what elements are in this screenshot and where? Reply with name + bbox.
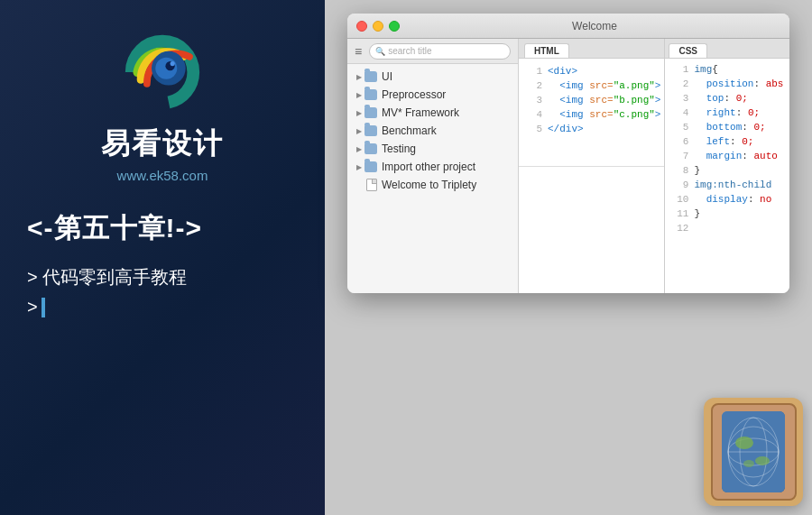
chapter-title: <-第五十章!-> [18, 210, 307, 247]
css-line: top: 0; [694, 91, 789, 106]
window-body: ≡ 🔍 search title ▶ UI ▶ Prep [347, 39, 789, 293]
arrow-icon: ▶ [356, 127, 362, 135]
line-numbers: 1 2 3 4 5 [522, 64, 542, 161]
tab-html[interactable]: HTML [524, 43, 569, 58]
code-line: <img src="a.png"> [548, 78, 660, 93]
sidebar: ≡ 🔍 search title ▶ UI ▶ Prep [347, 39, 519, 293]
tab-css[interactable]: CSS [669, 43, 707, 58]
arrow-icon: ▶ [356, 91, 362, 99]
sidebar-item-preprocessor[interactable]: ▶ Preprocessor [347, 86, 518, 104]
folder-icon [364, 143, 377, 154]
svg-point-11 [755, 456, 770, 465]
subtitle-line-2: > [27, 297, 307, 317]
sidebar-item-benchmark[interactable]: ▶ Benchmark [347, 122, 518, 140]
maximize-button[interactable] [389, 21, 400, 32]
css-code-content: img{ position: abs top: 0; right: 0; bot… [694, 62, 789, 290]
cursor-bar [42, 298, 45, 317]
arrow-icon: ▶ [356, 163, 362, 171]
css-code-area: 1 2 3 4 5 6 7 8 9 10 11 12 img{ [665, 59, 789, 293]
css-line: margin: auto [694, 149, 789, 163]
folder-icon [364, 161, 377, 172]
css-line: img{ [694, 62, 789, 77]
right-panel: Welcome ≡ 🔍 search title ▶ UI [325, 0, 812, 515]
arrow-icon: ▶ [356, 73, 362, 81]
left-panel: 易看设计 www.ek58.com <-第五十章!-> > 代码零到高手教程 > [0, 0, 325, 515]
code-line: <img src="c.png"> [548, 107, 660, 122]
css-line: } [694, 163, 789, 178]
css-line: bottom: 0; [694, 120, 789, 134]
sidebar-items: ▶ UI ▶ Preprocessor ▶ MV* Framework [347, 64, 518, 293]
sidebar-item-import[interactable]: ▶ Import other project [347, 158, 518, 176]
folder-icon [364, 71, 377, 82]
svg-point-12 [743, 460, 754, 467]
html-code-content: <div> <img src="a.png"> <img src="b.png"… [548, 64, 660, 161]
sidebar-item-testing[interactable]: ▶ Testing [347, 140, 518, 158]
sidebar-item-ui[interactable]: ▶ UI [347, 68, 518, 86]
arrow-icon: ▶ [356, 109, 362, 117]
css-line: left: 0; [694, 134, 789, 149]
sidebar-item-mv-framework[interactable]: ▶ MV* Framework [347, 104, 518, 122]
bottom-card [704, 398, 803, 506]
search-box[interactable]: 🔍 search title [369, 43, 511, 60]
html-panel: HTML 1 2 3 4 5 <div> <img src="a.png"> [519, 39, 664, 167]
sidebar-item-welcome[interactable]: Welcome to Triplety [347, 176, 518, 194]
minimize-button[interactable] [373, 21, 383, 32]
css-panel: CSS 1 2 3 4 5 6 7 8 9 10 11 [664, 39, 789, 293]
bottom-code-panel [519, 167, 664, 294]
code-line: <img src="b.png"> [548, 93, 660, 107]
card-inner [711, 403, 797, 501]
sidebar-toolbar: ≡ 🔍 search title [347, 39, 518, 64]
search-placeholder: search title [388, 46, 431, 56]
html-code-area: 1 2 3 4 5 <div> <img src="a.png"> <img s… [519, 59, 664, 166]
folder-icon [364, 89, 377, 100]
brand-url: www.ek58.com [117, 168, 208, 183]
subtitle-lines: > 代码零到高手教程 > [18, 265, 307, 325]
globe-svg [722, 411, 785, 492]
code-line: </div> [548, 122, 660, 136]
folder-icon [364, 107, 377, 118]
traffic-lights [356, 21, 400, 32]
search-icon: 🔍 [375, 47, 385, 56]
code-panel: HTML 1 2 3 4 5 <div> <img src="a.png"> [519, 39, 664, 293]
close-button[interactable] [356, 21, 367, 32]
svg-point-10 [735, 437, 753, 449]
mac-window: Welcome ≡ 🔍 search title ▶ UI [347, 14, 789, 293]
card-globe [722, 411, 785, 492]
mac-titlebar: Welcome [347, 14, 789, 39]
subtitle-line-1: > 代码零到高手教程 [27, 265, 307, 290]
css-line: } [694, 207, 789, 221]
css-line: img:nth-child [694, 178, 789, 192]
css-code-tabs: CSS [665, 39, 789, 59]
logo-area: 易看设计 www.ek58.com [101, 27, 224, 210]
doc-icon [366, 179, 377, 191]
window-title: Welcome [409, 20, 780, 32]
css-line: right: 0; [694, 106, 789, 120]
code-line: <div> [548, 64, 660, 78]
code-tabs-html: HTML [519, 39, 664, 59]
css-line: position: abs [694, 77, 789, 91]
logo-icon [108, 27, 217, 117]
css-line-numbers: 1 2 3 4 5 6 7 8 9 10 11 12 [669, 62, 688, 290]
folder-icon [364, 125, 377, 136]
arrow-icon: ▶ [356, 145, 362, 153]
hamburger-icon[interactable]: ≡ [355, 44, 362, 59]
brand-name: 易看设计 [101, 124, 224, 164]
css-line: display: no [694, 192, 789, 207]
svg-point-3 [171, 61, 175, 66]
